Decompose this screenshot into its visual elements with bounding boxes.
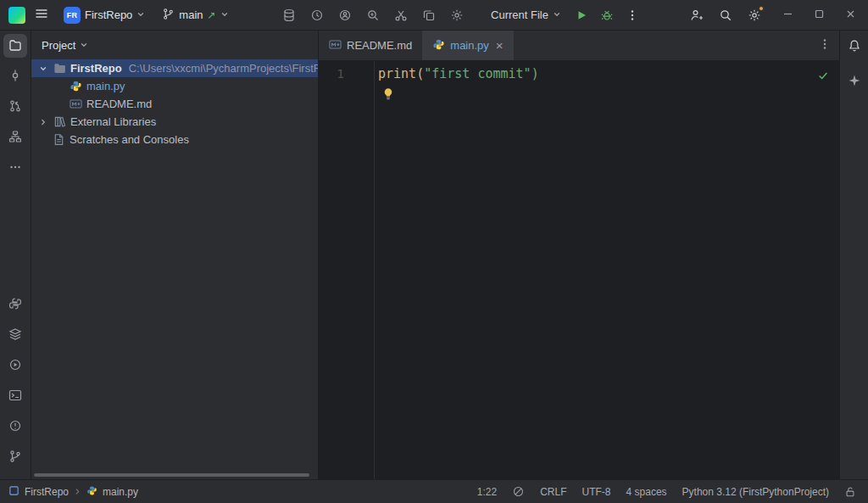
cursor-position-widget[interactable]: 1:22 (477, 486, 497, 498)
left-tool-strip (0, 31, 31, 479)
right-tool-strip (839, 31, 868, 479)
project-widget[interactable]: FR FirstRepo (58, 4, 151, 26)
search-everywhere-icon[interactable] (715, 4, 737, 26)
project-tool-button[interactable] (3, 34, 27, 58)
window-controls (782, 8, 856, 22)
build-gear-icon[interactable] (446, 4, 468, 26)
interpreter-widget[interactable]: Python 3.12 (FirstPythonProject) (682, 486, 829, 498)
ai-assistant-icon[interactable] (848, 74, 861, 90)
services-tool-button[interactable] (3, 354, 27, 377)
project-name: FirstRepo (85, 8, 132, 21)
tree-item-external-libraries[interactable]: External Libraries (31, 113, 318, 131)
breadcrumb-file[interactable]: main.py (103, 486, 138, 498)
editor-area: README.md main.py × 1 print (319, 31, 839, 479)
encoding-widget[interactable]: UTF-8 (582, 486, 611, 498)
editor-options-kebab-icon[interactable] (819, 38, 831, 53)
commit-tool-button[interactable] (3, 64, 27, 88)
structure-tool-button[interactable] (3, 126, 27, 149)
chevron-down-icon (553, 8, 561, 21)
breadcrumb-project[interactable]: FirstRepo (25, 486, 69, 498)
branch-name: main (179, 8, 203, 21)
tree-item-scratches[interactable]: Scratches and Consoles (31, 131, 318, 148)
maximize-icon[interactable] (814, 8, 825, 22)
more-icon (9, 161, 21, 176)
pycharm-window: FR FirstRepo main ↗ (0, 0, 868, 503)
chevron-right-icon[interactable] (38, 118, 48, 126)
title-bar: FR FirstRepo main ↗ (0, 0, 868, 31)
project-folder-icon (8, 38, 22, 54)
problems-icon (8, 419, 22, 435)
left-strip-bottom (3, 293, 27, 476)
terminal-tool-button[interactable] (3, 384, 27, 408)
notifications-bell-icon[interactable] (848, 39, 861, 55)
tree-item-firstrepo[interactable]: FirstRepo C:\Users\xxcmi\PycharmProjects… (31, 59, 318, 77)
breadcrumb-separator-icon (74, 486, 81, 498)
zoom-icon[interactable] (362, 4, 384, 26)
version-control-tool-button[interactable] (3, 445, 27, 469)
history-icon[interactable] (306, 4, 328, 26)
python-file-icon (432, 38, 445, 53)
terminal-icon (8, 388, 22, 405)
vcs-branch-widget[interactable]: main ↗ (156, 5, 234, 25)
outgoing-commits-indicator: ↗ (208, 10, 216, 20)
python-console-tool-button[interactable] (3, 293, 27, 316)
close-icon[interactable] (845, 8, 856, 22)
project-module-icon (8, 485, 19, 499)
run-configuration-selector[interactable]: Current File (485, 6, 567, 24)
tree-item-readme-md[interactable]: README.md (31, 95, 318, 113)
more-actions-kebab-icon[interactable] (621, 4, 643, 26)
more-tool-windows-button[interactable] (3, 156, 27, 180)
cut-icon[interactable] (390, 4, 412, 26)
python-packages-tool-button[interactable] (3, 323, 27, 347)
indent-widget[interactable]: 4 spaces (626, 486, 667, 498)
pull-requests-tool-button[interactable] (3, 95, 27, 119)
hamburger-icon (35, 7, 48, 23)
run-widget: Current File (485, 4, 643, 26)
database-icon[interactable] (278, 4, 300, 26)
structure-icon (8, 130, 22, 146)
horizontal-scrollbar[interactable] (34, 473, 309, 477)
project-panel-header[interactable]: Project (31, 31, 318, 59)
intention-bulb-icon[interactable] (383, 87, 393, 104)
python-packages-icon (8, 327, 22, 344)
markdown-file-icon (329, 38, 342, 53)
tree-item-label: FirstRepo (70, 62, 122, 75)
highlighting-level-icon[interactable] (512, 485, 525, 498)
main-menu-button[interactable] (31, 4, 53, 26)
tree-item-main-py[interactable]: main.py (31, 77, 318, 95)
copy-icon[interactable] (418, 4, 440, 26)
tab-main-py[interactable]: main.py × (422, 31, 513, 60)
line-number[interactable]: 1 (319, 67, 344, 81)
code-line-1: print("first commit") (378, 66, 539, 81)
tab-readme-md[interactable]: README.md (319, 31, 422, 60)
add-user-icon[interactable] (686, 4, 708, 26)
run-button[interactable] (570, 4, 593, 26)
settings-gear-icon[interactable] (743, 4, 765, 26)
minimize-icon[interactable] (782, 8, 793, 22)
settings-update-badge (759, 6, 764, 11)
status-bar: FirstRepo main.py 1:22 CRLF UTF-8 4 spac… (0, 479, 868, 503)
inspections-ok-icon[interactable] (817, 70, 829, 85)
unlocked-icon[interactable] (844, 486, 856, 498)
code-with-me-icon[interactable] (334, 4, 356, 26)
python-file-icon (69, 80, 82, 93)
chevron-down-icon[interactable] (38, 64, 48, 73)
line-separator-widget[interactable]: CRLF (540, 486, 566, 498)
python-console-icon (8, 297, 22, 313)
git-branch-icon (162, 8, 175, 23)
chevron-down-icon (136, 8, 145, 21)
scratches-icon (52, 133, 65, 147)
project-badge: FR (64, 7, 81, 24)
problems-tool-button[interactable] (3, 415, 27, 439)
tab-close-icon[interactable]: × (496, 39, 504, 52)
debug-button[interactable] (596, 4, 618, 26)
tab-label: README.md (347, 39, 412, 52)
main-area: Project FirstRepo C:\Users\xxcmi\Pycharm… (0, 31, 868, 479)
code-editor[interactable]: 1 print("first commit") (319, 61, 839, 479)
libraries-icon (53, 115, 66, 129)
project-panel: Project FirstRepo C:\Users\xxcmi\Pycharm… (31, 31, 319, 479)
project-tree: FirstRepo C:\Users\xxcmi\PycharmProjects… (31, 59, 318, 148)
tab-label: main.py (450, 39, 489, 52)
editor-gutter[interactable]: 1 (319, 61, 375, 479)
chevron-down-icon (220, 8, 229, 21)
